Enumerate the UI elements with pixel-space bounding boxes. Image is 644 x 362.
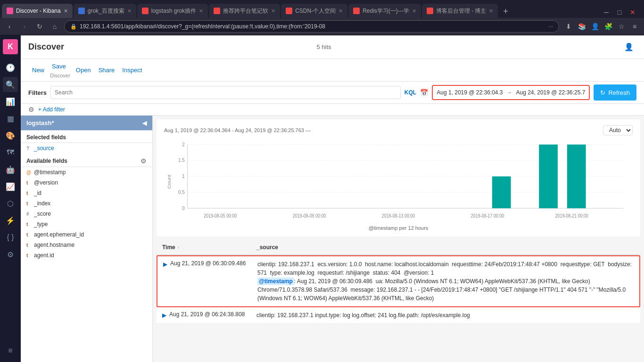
nav-icon-visualize[interactable]: 📊 (3, 94, 18, 109)
field-item-index[interactable]: t _index (21, 198, 152, 209)
filter-settings-icon[interactable]: ⚙ (28, 106, 34, 113)
sort-icon: ↑ (177, 245, 180, 250)
tab-close-blog[interactable]: ✕ (489, 8, 493, 14)
field-item-ephemeral[interactable]: t agent.ephemeral_id (21, 229, 152, 240)
nav-icon-discover[interactable]: 🔍 (3, 77, 18, 92)
nav-icon-ml[interactable]: 🤖 (3, 162, 18, 177)
expand-button-2[interactable]: ▶ (162, 312, 166, 319)
field-item-version[interactable]: t @version (21, 177, 152, 188)
available-fields-header: Available fields ⚙ (21, 153, 152, 167)
extensions-icon[interactable]: 🧩 (603, 21, 614, 32)
nav-icon-graph[interactable]: ⬡ (3, 196, 18, 211)
tab-close-baidu[interactable]: ✕ (127, 8, 132, 14)
tab-close-discover[interactable]: ✕ (64, 8, 68, 14)
open-button[interactable]: Open (72, 65, 95, 76)
address-input[interactable]: 🔒 192.168.1.4:5601/app/kibana#/discover?… (64, 20, 559, 33)
index-pattern[interactable]: logstash* ◀ (21, 116, 152, 130)
time-start: Aug 1, 2019 @ 22:36:04.3 (437, 89, 503, 96)
field-type-hostname: t (26, 243, 31, 248)
chart-header: Aug 1, 2019 @ 22:36:04.364 - Aug 24, 201… (164, 125, 633, 135)
time-value-1: Aug 21, 2019 @ 06:30:09.486 (170, 260, 246, 267)
close-button[interactable]: ✕ (627, 7, 638, 18)
reload-button[interactable]: ↻ (34, 21, 45, 32)
th-time: Time ↑ (162, 244, 256, 251)
calendar-icon[interactable]: 📅 (420, 89, 428, 96)
forward-button[interactable]: › (19, 21, 30, 32)
tab-redis[interactable]: Redis学习(一)---学 ✕ (348, 4, 421, 18)
app-header: Discover 5 hits 👤 (21, 35, 644, 59)
address-text: 192.168.1.4:5601/app/kibana#/discover?_g… (80, 23, 325, 30)
tab-close-csdn[interactable]: ✕ (339, 8, 343, 14)
app: K 🕐 🔍 📊 ▦ 🎨 🗺 🤖 📈 ⬡ ⚡ { } ⚙ ≡ Discover 5… (0, 35, 644, 362)
tab-close-note[interactable]: ✕ (271, 8, 275, 14)
header-user-icon[interactable]: 👤 (621, 40, 636, 55)
nav-icon-management[interactable]: ⚙ (3, 247, 18, 262)
nav-icon-timelion[interactable]: 📈 (3, 179, 18, 194)
field-item-agentid[interactable]: t agent.id (21, 250, 152, 261)
tab-favicon-discover (7, 8, 13, 14)
svg-text:2: 2 (182, 141, 185, 147)
tab-close-logstash[interactable]: ✕ (199, 8, 203, 14)
tab-logstash[interactable]: logstash grok插件 ✕ (137, 4, 208, 18)
svg-text:0.5: 0.5 (178, 189, 185, 195)
svg-text:2019-08-13 00:00: 2019-08-13 00:00 (382, 213, 415, 219)
back-button[interactable]: ‹ (4, 21, 15, 32)
menu-icon[interactable]: ≡ (629, 21, 640, 32)
home-button[interactable]: ⌂ (49, 21, 60, 32)
x-axis-label: @timestamp per 12 hours (164, 225, 633, 231)
nav-icon-dashboard[interactable]: ▦ (3, 111, 18, 126)
new-tab-button[interactable]: + (499, 5, 512, 18)
table-row-2[interactable]: ▶ Aug 21, 2019 @ 06:24:38.808 clientip: … (157, 307, 640, 324)
star-icon[interactable]: ☆ (616, 21, 627, 32)
share-button[interactable]: Share (95, 65, 119, 76)
tab-close-redis[interactable]: ✕ (412, 8, 416, 14)
auto-select[interactable]: Auto (603, 125, 633, 135)
nav-icon-apm[interactable]: ⚡ (3, 213, 18, 228)
account-icon[interactable]: 👤 (589, 21, 601, 32)
timestamp-highlight: @timestamp (257, 278, 294, 285)
minimize-button[interactable]: ─ (601, 7, 612, 18)
kql-badge[interactable]: KQL (405, 89, 416, 96)
bookmarks-icon[interactable]: 📚 (576, 21, 587, 32)
field-item-hostname[interactable]: t agent.hostname (21, 240, 152, 250)
maximize-button[interactable]: □ (614, 7, 625, 18)
nav-icon-canvas[interactable]: 🎨 (3, 128, 18, 143)
field-type-index: t (26, 201, 31, 206)
field-item-score[interactable]: # _score (21, 209, 152, 219)
field-item-source[interactable]: ? _source (21, 143, 152, 153)
field-item-timestamp[interactable]: @ @timestamp (21, 167, 152, 177)
collapse-arrow-icon: ◀ (142, 120, 147, 126)
tab-note[interactable]: 推荐跨平台笔记软 ✕ (209, 4, 280, 18)
available-fields-gear-icon[interactable]: ⚙ (140, 157, 147, 165)
tab-discover[interactable]: Discover - Kibana ✕ (2, 4, 73, 18)
field-name-index: _index (34, 200, 50, 207)
nav-icon-maps[interactable]: 🗺 (3, 145, 18, 160)
refresh-button[interactable]: ↻ Refresh (594, 84, 636, 101)
tab-baidu[interactable]: grok_百度搜索 ✕ (74, 4, 136, 18)
nav-icon-collapse[interactable]: ≡ (3, 343, 18, 358)
field-name-ephemeral: agent.ephemeral_id (34, 231, 84, 238)
tab-label-csdn: CSDN-个人空间 (295, 7, 336, 15)
save-button[interactable]: Save (48, 61, 70, 72)
field-type-source: ? (26, 146, 31, 151)
nav-icon-clock[interactable]: 🕐 (3, 60, 18, 75)
field-item-type[interactable]: t _type (21, 219, 152, 229)
table-row-1[interactable]: ▶ Aug 21, 2019 @ 06:30:09.486 clientip: … (157, 255, 640, 307)
filter-search-input[interactable] (50, 86, 401, 99)
time-range-picker[interactable]: Aug 1, 2019 @ 22:36:04.3 → Aug 24, 2019 … (432, 85, 590, 100)
refresh-label: Refresh (608, 89, 630, 96)
downloads-icon[interactable]: ⬇ (563, 21, 574, 32)
hits-count: 5 hits (316, 43, 331, 51)
inspect-button[interactable]: Inspect (118, 65, 146, 76)
new-button[interactable]: New (28, 65, 48, 76)
nav-icon-dev[interactable]: { } (3, 230, 18, 245)
field-item-id[interactable]: t _id (21, 188, 152, 198)
add-filter-link[interactable]: + Add filter (38, 106, 65, 113)
browser-chrome: Discover - Kibana ✕ grok_百度搜索 ✕ logstash… (0, 0, 644, 35)
field-name-id: _id (34, 190, 41, 196)
tab-blog[interactable]: 博客后台管理 - 博主 ✕ (422, 4, 498, 18)
td-source-2: clientip: 192.168.237.1 input.type: log … (251, 307, 640, 323)
tab-csdn[interactable]: CSDN-个人空间 ✕ (281, 4, 347, 18)
browser-toolbar-icons: ⬇ 📚 👤 🧩 ☆ ≡ (563, 21, 640, 32)
expand-button-1[interactable]: ▶ (163, 261, 167, 268)
